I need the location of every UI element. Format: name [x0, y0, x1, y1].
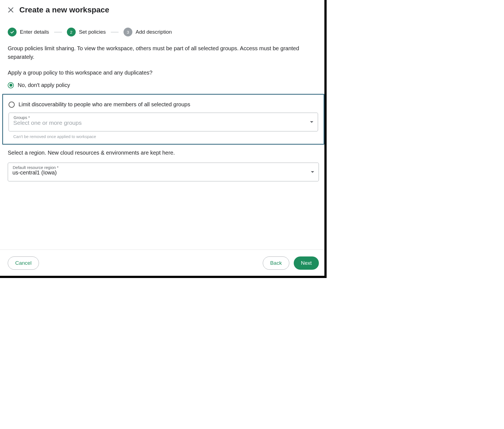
- step-enter-details[interactable]: Enter details: [8, 28, 49, 36]
- radio-icon: [9, 102, 15, 108]
- chevron-down-icon: [311, 171, 314, 173]
- step-number-badge: 2: [67, 28, 76, 36]
- step-label: Enter details: [20, 29, 49, 35]
- radio-option-no-policy[interactable]: No, don't apply policy: [8, 82, 319, 88]
- region-value: us-central1 (Iowa): [12, 170, 57, 176]
- footer: Cancel Back Next: [0, 250, 327, 278]
- check-icon: [8, 28, 17, 36]
- region-field-label: Default resource region *: [13, 165, 59, 170]
- groups-placeholder: Select one or more groups: [13, 120, 82, 126]
- step-connector: [111, 32, 119, 32]
- radio-option-limit[interactable]: Limit discoverability to people who are …: [9, 101, 318, 108]
- limit-option-highlight: Limit discoverability to people who are …: [2, 94, 324, 145]
- radio-label: Limit discoverability to people who are …: [19, 101, 190, 108]
- policy-question: Apply a group policy to this workspace a…: [8, 70, 319, 76]
- step-number-badge: 3: [124, 28, 132, 36]
- step-set-policies[interactable]: 2 Set policies: [67, 28, 106, 36]
- close-icon[interactable]: [8, 7, 14, 13]
- radio-icon: [8, 82, 14, 88]
- step-label: Add description: [136, 29, 172, 35]
- groups-select[interactable]: Groups * Select one or more groups: [9, 113, 318, 131]
- groups-field-label: Groups *: [14, 115, 30, 120]
- back-button[interactable]: Back: [263, 256, 289, 270]
- policy-description: Group policies limit sharing. To view th…: [8, 44, 319, 61]
- chevron-down-icon: [310, 121, 313, 123]
- stepper: Enter details 2 Set policies 3 Add descr…: [0, 18, 327, 44]
- decorative-shadow: [0, 276, 327, 278]
- radio-label: No, don't apply policy: [18, 82, 70, 88]
- groups-helper-text: Can't be removed once applied to workspa…: [13, 134, 318, 139]
- step-add-description[interactable]: 3 Add description: [124, 28, 172, 36]
- next-button[interactable]: Next: [294, 256, 319, 270]
- cancel-button[interactable]: Cancel: [8, 256, 39, 270]
- region-description: Select a region. New cloud resources & e…: [8, 150, 319, 156]
- decorative-shadow: [324, 0, 327, 278]
- region-select[interactable]: Default resource region * us-central1 (I…: [8, 163, 319, 181]
- step-label: Set policies: [79, 29, 106, 35]
- page-title: Create a new workspace: [19, 6, 109, 14]
- step-connector: [54, 32, 62, 32]
